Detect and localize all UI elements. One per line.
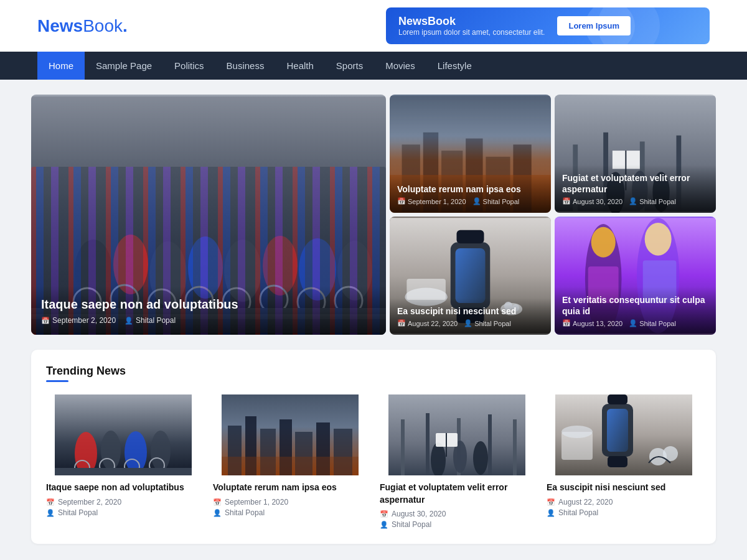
svg-rect-88 (607, 409, 628, 452)
calendar-icon (397, 319, 406, 327)
svg-rect-55 (55, 394, 192, 475)
trending-img-1 (46, 394, 200, 475)
ad-subtitle: Lorem ipsum dolor sit amet, consectetur … (398, 28, 545, 37)
site-logo[interactable]: NewsBook. (37, 16, 128, 36)
featured-main-card[interactable]: Itaque saepe non ad voluptatibus Septemb… (31, 95, 386, 335)
svg-rect-76 (426, 413, 430, 475)
card2-meta: August 30, 2020 Shital Popal (562, 197, 708, 205)
ad-text: NewsBook Lorem ipsum dolor sit amet, con… (398, 15, 545, 37)
featured-card-3[interactable]: Ea suscipit nisi nesciunt sed August 22,… (390, 217, 551, 335)
trending-card-4-meta: August 22, 2020 Shital Popal (547, 498, 701, 517)
svg-rect-90 (608, 394, 627, 404)
svg-rect-42 (457, 230, 484, 244)
user-icon (547, 508, 555, 517)
user-icon (213, 508, 222, 517)
card4-meta: August 13, 2020 Shital Popal (562, 319, 708, 327)
main-card-title: Itaque saepe non ad voluptatibus (41, 296, 376, 312)
trending-card-3-title: Fugiat et voluptatem velit error asperna… (380, 482, 534, 506)
card1-meta: September 1, 2020 Shital Popal (397, 197, 543, 205)
card4-overlay: Et veritatis consequuntur sit culpa quia… (555, 287, 716, 335)
nav-item-health[interactable]: Health (275, 52, 324, 80)
svg-rect-64 (55, 468, 192, 475)
trending-card-1-meta: September 2, 2020 Shital Popal (46, 498, 200, 517)
user-icon (629, 319, 637, 327)
user-icon (464, 319, 472, 327)
calendar-icon (380, 510, 388, 518)
trending-card-4-title: Ea suscipit nisi nesciunt sed (547, 482, 701, 494)
trending-card-2-meta: September 1, 2020 Shital Popal (213, 498, 367, 517)
user-icon (629, 197, 637, 205)
main-card-overlay: Itaque saepe non ad voluptatibus Septemb… (31, 286, 386, 335)
trending-img-4 (547, 394, 701, 475)
svg-point-59 (151, 431, 171, 472)
ad-banner: NewsBook Lorem ipsum dolor sit amet, con… (386, 7, 710, 44)
nav-item-movies[interactable]: Movies (374, 52, 426, 80)
calendar-icon (397, 197, 406, 205)
svg-point-82 (473, 441, 488, 475)
main-card-author: Shital Popal (125, 316, 176, 325)
nav-item-lifestyle[interactable]: Lifestyle (426, 52, 483, 80)
calendar-icon (213, 498, 222, 506)
trending-card-3-meta: August 30, 2020 Shital Popal (380, 510, 534, 529)
featured-card-2[interactable]: Fugiat et voluptatem velit error asperna… (555, 95, 716, 213)
svg-point-58 (125, 431, 147, 474)
calendar-icon (562, 197, 571, 205)
calendar-icon (547, 498, 555, 506)
trending-section: Trending News (31, 350, 716, 544)
card4-title: Et veritatis consequuntur sit culpa quia… (562, 294, 708, 317)
nav-item-politics[interactable]: Politics (163, 52, 215, 80)
card3-meta: August 22, 2020 Shital Popal (397, 319, 543, 327)
svg-rect-75 (401, 419, 405, 475)
card3-title: Ea suscipit nisi nesciunt sed (397, 306, 543, 317)
svg-rect-89 (608, 456, 627, 467)
logo-dot: . (123, 16, 128, 35)
svg-point-92 (561, 426, 593, 438)
trending-card-2[interactable]: Voluptate rerum nam ipsa eos September 1… (213, 394, 367, 529)
featured-grid: Itaque saepe non ad voluptatibus Septemb… (31, 95, 716, 335)
card1-overlay: Voluptate rerum nam ipsa eos September 1… (390, 176, 551, 213)
svg-rect-44 (406, 279, 446, 300)
main-content: Itaque saepe non ad voluptatibus Septemb… (31, 80, 716, 559)
trending-card-1-title: Itaque saepe non ad voluptatibus (46, 482, 200, 494)
main-nav: Home Sample Page Politics Business Healt… (0, 52, 747, 80)
calendar-icon (41, 317, 50, 325)
card2-title: Fugiat et voluptatem velit error asperna… (562, 172, 708, 195)
trending-underline (46, 380, 68, 382)
svg-rect-73 (222, 457, 359, 475)
trending-card-3[interactable]: Fugiat et voluptatem velit error asperna… (380, 394, 534, 529)
site-header: NewsBook. NewsBook Lorem ipsum dolor sit… (0, 0, 747, 52)
ad-button[interactable]: Lorem Ipsum (557, 16, 631, 35)
trending-img-2 (213, 394, 367, 475)
svg-rect-78 (488, 414, 492, 475)
nav-item-home[interactable]: Home (37, 52, 85, 80)
card2-overlay: Fugiat et voluptatem velit error asperna… (555, 165, 716, 213)
nav-item-sports[interactable]: Sports (325, 52, 374, 80)
svg-rect-79 (513, 419, 517, 475)
trending-img-3 (380, 394, 534, 475)
featured-card-4[interactable]: Et veritatis consequuntur sit culpa quia… (555, 217, 716, 335)
calendar-icon (46, 498, 55, 506)
user-icon (46, 508, 55, 517)
main-card-date: September 2, 2020 (41, 316, 116, 325)
user-icon (380, 520, 388, 529)
trending-card-4[interactable]: Ea suscipit nisi nesciunt sed August 22,… (547, 394, 701, 529)
main-card-meta: September 2, 2020 Shital Popal (41, 316, 376, 325)
svg-point-57 (101, 431, 121, 470)
trending-grid: Itaque saepe non ad voluptatibus Septemb… (46, 394, 701, 529)
trending-card-2-title: Voluptate rerum nam ipsa eos (213, 482, 367, 494)
logo-news: News (37, 16, 83, 35)
nav-item-sample[interactable]: Sample Page (85, 52, 163, 80)
trending-card-1[interactable]: Itaque saepe non ad voluptatibus Septemb… (46, 394, 200, 529)
svg-point-52 (645, 223, 672, 256)
user-icon (472, 197, 481, 205)
ad-title: NewsBook (398, 15, 545, 28)
user-icon (125, 317, 133, 325)
svg-rect-40 (456, 248, 486, 303)
card3-overlay: Ea suscipit nisi nesciunt sed August 22,… (390, 298, 551, 335)
nav-list: Home Sample Page Politics Business Healt… (0, 52, 747, 80)
nav-item-business[interactable]: Business (215, 52, 276, 80)
svg-point-50 (591, 227, 616, 258)
featured-card-1[interactable]: Voluptate rerum nam ipsa eos September 1… (390, 95, 551, 213)
calendar-icon (562, 319, 571, 327)
logo-book: Book (83, 16, 123, 35)
